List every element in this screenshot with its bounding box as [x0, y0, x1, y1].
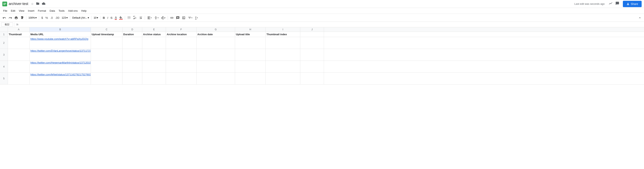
- formula-input[interactable]: [20, 23, 643, 26]
- cell-b5[interactable]: https://twitter.com/IkNet/status/1371162…: [30, 73, 91, 84]
- merge-cells-button[interactable]: [132, 15, 138, 20]
- cell-reference[interactable]: B22: [1, 22, 13, 27]
- text-color-button[interactable]: A: [114, 15, 118, 21]
- currency-button[interactable]: $: [40, 15, 44, 20]
- cell-f2[interactable]: [166, 37, 196, 49]
- font-size-select[interactable]: 10 ▾: [93, 16, 99, 20]
- trend-icon[interactable]: [609, 2, 612, 6]
- highlight-color-button[interactable]: [118, 15, 124, 20]
- decimal-dec-button[interactable]: .0: [50, 15, 54, 20]
- folder-icon[interactable]: [36, 2, 40, 6]
- h-align-button[interactable]: ▾: [146, 15, 153, 20]
- menu-edit[interactable]: Edit: [9, 9, 17, 13]
- cell-d1[interactable]: Duration: [122, 32, 142, 37]
- menu-help[interactable]: Help: [80, 9, 88, 13]
- cell-a5[interactable]: [8, 73, 30, 84]
- cell-c2[interactable]: [91, 37, 122, 49]
- redo-button[interactable]: [8, 15, 13, 20]
- cell-b1[interactable]: Media URL: [30, 32, 91, 37]
- undo-button[interactable]: [2, 15, 7, 20]
- cell-h2[interactable]: [235, 37, 266, 49]
- insert-link-button[interactable]: [169, 15, 175, 20]
- col-header-c[interactable]: C: [91, 27, 122, 32]
- insert-chart-button[interactable]: [181, 15, 186, 20]
- row-num-1[interactable]: 1: [0, 32, 8, 37]
- share-button[interactable]: Share: [623, 1, 642, 7]
- cell-e1[interactable]: Archive status: [142, 32, 166, 37]
- insert-comment-button[interactable]: [175, 15, 180, 20]
- cell-a3[interactable]: [8, 49, 30, 61]
- star-icon[interactable]: ☆: [31, 2, 34, 6]
- percent-button[interactable]: %: [44, 15, 49, 20]
- row-num-3[interactable]: 3: [0, 49, 8, 61]
- cell-e3[interactable]: [142, 49, 166, 61]
- menu-insert[interactable]: Insert: [26, 9, 36, 13]
- cell-f4[interactable]: [166, 61, 196, 72]
- cell-e4[interactable]: [142, 61, 166, 72]
- col-header-e[interactable]: E: [142, 27, 166, 32]
- decimal-inc-button[interactable]: .00: [54, 15, 60, 20]
- italic-button[interactable]: I: [106, 15, 109, 20]
- menu-file[interactable]: File: [2, 9, 9, 13]
- cell-a2[interactable]: [8, 37, 30, 49]
- filter-button[interactable]: ▾: [187, 15, 194, 20]
- menu-format[interactable]: Format: [36, 9, 48, 13]
- text-wrap-button[interactable]: [138, 15, 144, 20]
- cell-j2[interactable]: [300, 37, 324, 49]
- cell-h4[interactable]: [235, 61, 266, 72]
- cell-i5[interactable]: [266, 73, 300, 84]
- col-header-f[interactable]: F: [166, 27, 196, 32]
- col-header-g[interactable]: G: [196, 27, 235, 32]
- cell-g3[interactable]: [196, 49, 235, 61]
- cell-j5[interactable]: [300, 73, 324, 84]
- cell-b2[interactable]: https://www.youtube.com/watch?v=abRPaXgJ…: [30, 37, 91, 49]
- col-header-a[interactable]: A: [8, 27, 30, 32]
- menu-addons[interactable]: Add-ons: [66, 9, 79, 13]
- cell-g2[interactable]: [196, 37, 235, 49]
- col-header-i[interactable]: I: [266, 27, 300, 32]
- v-align-button[interactable]: ▾: [153, 15, 160, 20]
- cell-c4[interactable]: [91, 61, 122, 72]
- paint-format-button[interactable]: [19, 15, 25, 20]
- cell-d3[interactable]: [122, 49, 142, 61]
- zoom-select[interactable]: 100% ▾: [28, 16, 38, 20]
- cell-b4[interactable]: https://twitter.com/HegemanMarthijn/stat…: [30, 61, 91, 72]
- strikethrough-button[interactable]: S: [110, 15, 114, 20]
- print-button[interactable]: [14, 15, 19, 20]
- row-num-2[interactable]: 2: [0, 37, 8, 49]
- cell-a4[interactable]: [8, 61, 30, 72]
- cell-j3[interactable]: [300, 49, 324, 61]
- col-header-h[interactable]: H: [235, 27, 266, 32]
- cell-i3[interactable]: [266, 49, 300, 61]
- cell-f5[interactable]: [166, 73, 196, 84]
- format-number-select[interactable]: 123 ▾: [61, 16, 69, 20]
- toolbar-collapse-button[interactable]: [637, 16, 642, 20]
- row-num-5[interactable]: 5: [0, 73, 8, 84]
- document-title[interactable]: archiver-test: [9, 2, 28, 6]
- cell-g1[interactable]: Archive date: [196, 32, 235, 37]
- comment-icon[interactable]: [615, 2, 619, 6]
- cell-b3[interactable]: https://twitter.com/DVanLangenhove/statu…: [30, 49, 91, 61]
- menu-tools[interactable]: Tools: [57, 9, 66, 13]
- cell-i1[interactable]: Thumbnail index: [266, 32, 300, 37]
- text-rotation-button[interactable]: ▾: [160, 15, 166, 20]
- cell-d2[interactable]: [122, 37, 142, 49]
- cell-f1[interactable]: Archive location: [166, 32, 196, 37]
- font-family-select[interactable]: Default (Ari... ▾: [71, 16, 90, 20]
- bold-button[interactable]: B: [102, 15, 106, 20]
- cell-c1[interactable]: Upload timestamp: [91, 32, 122, 37]
- menu-data[interactable]: Data: [48, 9, 56, 13]
- row-num-4[interactable]: 4: [0, 61, 8, 72]
- cell-d5[interactable]: [122, 73, 142, 84]
- borders-button[interactable]: [126, 15, 132, 20]
- cell-d4[interactable]: [122, 61, 142, 72]
- cell-e5[interactable]: [142, 73, 166, 84]
- menu-view[interactable]: View: [17, 9, 26, 13]
- functions-button[interactable]: ∑ ▾: [194, 15, 199, 20]
- cell-g5[interactable]: [196, 73, 235, 84]
- cell-j4[interactable]: [300, 61, 324, 72]
- cell-e2[interactable]: [142, 37, 166, 49]
- cell-i2[interactable]: [266, 37, 300, 49]
- col-header-b[interactable]: B: [30, 27, 91, 32]
- cell-c5[interactable]: [91, 73, 122, 84]
